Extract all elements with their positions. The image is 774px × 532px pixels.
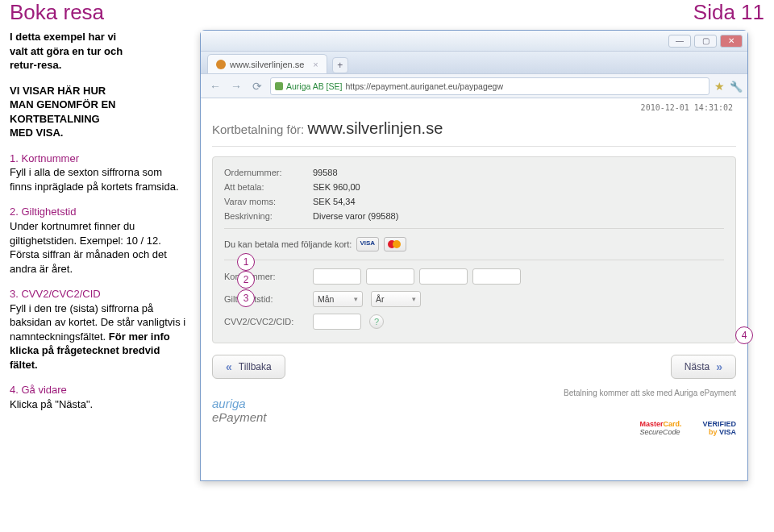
step-1-body: Fyll i alla de sexton siffrorna som finn… [10, 166, 179, 193]
step-1: 1. Kortnummer Fyll i alla de sexton siff… [10, 152, 187, 194]
address-org: Auriga AB [SE] [286, 81, 342, 91]
cvv-input[interactable] [313, 314, 361, 330]
step-2: 2. Giltighetstid Under kortnumret finner… [10, 205, 187, 276]
expiry-year-value: År [376, 294, 385, 304]
screenshot-column: 1 2 3 4 — ▢ ✕ www.silverlinjen.se × + ← … [200, 30, 764, 481]
step-2-body: Under kortnumret finner du giltighetstid… [10, 220, 167, 275]
step-4-num: 4. [10, 384, 19, 396]
label-order: Ordernummer: [224, 168, 313, 177]
step-4-body: Klicka på "Nästa". [10, 398, 93, 410]
step-1-title: Kortnummer [21, 152, 79, 164]
intro-l3: retur-resa. [10, 59, 61, 71]
step-2-num: 2. [10, 206, 19, 218]
chevron-left-icon: « [226, 360, 232, 373]
auriga-logo-2: ePayment [212, 410, 267, 424]
value-desc: Diverse varor (99588) [313, 211, 398, 221]
step-4-title: Gå vidare [21, 384, 66, 396]
tab-label: www.silverlinjen.se [230, 60, 304, 69]
new-tab-button[interactable]: + [332, 57, 348, 73]
callout-3: 3 [237, 289, 255, 307]
visa-icon [356, 237, 379, 251]
wrench-icon[interactable]: 🔧 [730, 81, 741, 92]
bookmark-icon[interactable]: ★ [714, 80, 725, 93]
close-button[interactable]: ✕ [720, 35, 743, 48]
maximize-button[interactable]: ▢ [694, 35, 717, 48]
security-logos: MasterCard. SecureCode VERIFIED by VISA [267, 420, 736, 436]
label-paymethods: Du kan betala med följande kort: [224, 239, 352, 249]
reload-button[interactable]: ⟳ [249, 78, 265, 94]
payment-header-site: www.silverlinjen.se [307, 119, 443, 137]
verified-by-visa-logo: VERIFIED by VISA [702, 420, 736, 436]
callout-2: 2 [237, 271, 255, 289]
step-3-num: 3. [10, 288, 19, 300]
instruction-column: I detta exempel har vi valt att göra en … [10, 30, 187, 481]
label-cvv: CVV2/CVC2/CID: [224, 317, 313, 326]
card-number-input-1[interactable] [313, 268, 361, 285]
step-3-title: CVV2/CVC2/CID [21, 288, 100, 300]
browser-tab[interactable]: www.silverlinjen.se × [207, 54, 327, 73]
tab-close-icon[interactable]: × [313, 60, 318, 69]
chevron-down-icon: ▾ [412, 295, 416, 303]
step-4: 4. Gå vidare Klicka på "Nästa". [10, 383, 187, 411]
processor-note: Betalning kommer att ske med Auriga ePay… [212, 389, 736, 397]
tab-favicon-icon [216, 60, 226, 69]
card-number-input-2[interactable] [366, 268, 414, 285]
subintro-l4: MED VISA. [10, 127, 63, 139]
cvv-help-button[interactable]: ? [369, 314, 384, 329]
subintro-l1: VI VISAR HÄR HUR [10, 85, 106, 97]
lock-icon [275, 82, 283, 90]
subintro-l2: MAN GENOMFÖR EN [10, 98, 115, 110]
page-body: 2010-12-01 14:31:02 Kortbetalning för: w… [201, 98, 747, 480]
back-button[interactable]: ← [207, 78, 223, 94]
page-number: Sida 11 [693, 0, 764, 25]
next-button-label: Nästa [685, 361, 710, 372]
step-2-title: Giltighetstid [21, 206, 76, 218]
label-vat: Varav moms: [224, 197, 313, 206]
value-order: 99588 [313, 168, 338, 177]
intro-l1: I detta exempel har vi [10, 31, 116, 43]
back-button-label: Tillbaka [239, 361, 272, 372]
address-url: https://epayment.auriganet.eu/paypagegw [345, 81, 503, 91]
label-amount: Att betala: [224, 182, 313, 192]
forward-button[interactable]: → [228, 78, 244, 94]
address-bar[interactable]: Auriga AB [SE] https://epayment.aurigane… [270, 77, 710, 95]
expiry-month-select[interactable]: Mån▾ [313, 291, 363, 307]
card-number-input-3[interactable] [419, 268, 468, 285]
mastercard-securecode-logo: MasterCard. SecureCode [639, 420, 681, 436]
value-amount: SEK 960,00 [313, 182, 360, 192]
subintro-para: VI VISAR HÄR HUR MAN GENOMFÖR EN KORTBET… [10, 84, 187, 140]
intro-para: I detta exempel har vi valt att göra en … [10, 30, 187, 73]
browser-window: — ▢ ✕ www.silverlinjen.se × + ← → ⟳ Auri… [200, 30, 748, 481]
intro-l2: valt att göra en tur och [10, 45, 123, 57]
mastercard-icon [384, 237, 406, 251]
callout-1: 1 [237, 253, 255, 271]
step-3: 3. CVV2/CVC2/CID Fyll i den tre (sista) … [10, 287, 187, 372]
value-vat: SEK 54,34 [313, 197, 356, 206]
label-desc: Beskrivning: [224, 211, 313, 221]
minimize-button[interactable]: — [668, 35, 691, 48]
back-button-pay[interactable]: « Tillbaka [212, 355, 285, 379]
window-controls: — ▢ ✕ [201, 31, 747, 52]
expiry-year-select[interactable]: År▾ [371, 291, 421, 307]
chevron-down-icon: ▾ [354, 295, 358, 303]
auriga-logo-1: auriga [212, 397, 246, 410]
payment-header: Kortbetalning för: www.silverlinjen.se [212, 119, 736, 147]
auriga-logo: auriga ePayment [212, 397, 267, 424]
tab-bar: www.silverlinjen.se × + [201, 52, 747, 74]
subintro-l3: KORTBETALNING [10, 113, 100, 125]
mcsec-line2: SecureCode [639, 428, 680, 436]
expiry-month-value: Mån [318, 294, 334, 304]
next-button[interactable]: Nästa » [671, 355, 736, 379]
callout-4: 4 [735, 326, 753, 344]
card-number-input-4[interactable] [472, 268, 521, 285]
page-title: Boka resa [10, 0, 104, 25]
timestamp: 2010-12-01 14:31:02 [641, 103, 733, 112]
chevron-right-icon: » [716, 360, 722, 373]
step-1-num: 1. [10, 152, 19, 164]
address-bar-row: ← → ⟳ Auriga AB [SE] https://epayment.au… [201, 74, 747, 98]
payment-header-prefix: Kortbetalning för: [212, 123, 304, 136]
vbv-line1: VERIFIED [702, 420, 736, 428]
order-box: Ordernummer: 99588 Att betala: SEK 960,0… [212, 156, 736, 343]
